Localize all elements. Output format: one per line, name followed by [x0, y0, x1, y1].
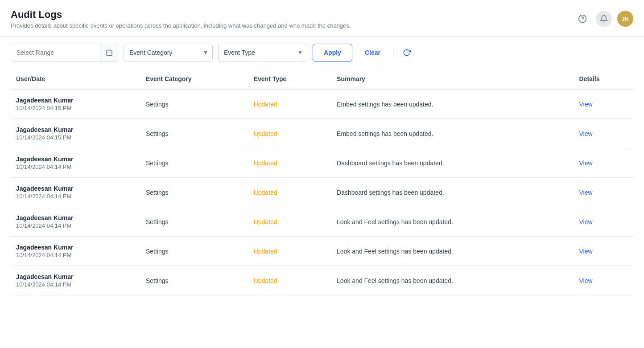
col-user-date: User/Date: [11, 69, 140, 89]
page-header: Audit Logs Provides details about specif…: [0, 0, 644, 37]
help-icon: [578, 14, 587, 23]
cell-event-category: Settings: [140, 119, 248, 148]
filter-bar: Event Category ▼ Event Type ▼ Apply Clea…: [0, 37, 644, 69]
user-name: Jagadeesan Kumar: [16, 273, 135, 280]
user-name: Jagadeesan Kumar: [16, 97, 135, 104]
cell-user-date: Jagadeesan Kumar 10/14/2024 04:14 PM: [11, 178, 140, 207]
table-row: Jagadeesan Kumar 10/14/2024 04:14 PM Set…: [11, 266, 633, 295]
cell-event-type: Updated: [248, 207, 331, 237]
user-name: Jagadeesan Kumar: [16, 244, 135, 251]
user-name: Jagadeesan Kumar: [16, 185, 135, 192]
user-date: 10/14/2024 04:15 PM: [16, 105, 135, 111]
table-row: Jagadeesan Kumar 10/14/2024 04:14 PM Set…: [11, 148, 633, 178]
date-range-input[interactable]: [11, 44, 100, 61]
cell-user-date: Jagadeesan Kumar 10/14/2024 04:14 PM: [11, 207, 140, 237]
avatar[interactable]: JK: [617, 11, 633, 27]
event-category-wrapper: Event Category ▼: [124, 44, 213, 61]
view-link[interactable]: View: [579, 160, 593, 167]
cell-event-type: Updated: [248, 119, 331, 148]
cell-summary: Look and Feel settings has been updated.: [331, 237, 574, 266]
cell-summary: Look and Feel settings has been updated.: [331, 266, 574, 295]
user-name: Jagadeesan Kumar: [16, 156, 135, 163]
cell-user-date: Jagadeesan Kumar 10/14/2024 04:14 PM: [11, 148, 140, 178]
cell-event-category: Settings: [140, 207, 248, 237]
col-details: Details: [574, 69, 633, 89]
refresh-button[interactable]: [399, 45, 415, 61]
table-header-row: User/Date Event Category Event Type Summ…: [11, 69, 633, 89]
bell-icon: [600, 15, 608, 23]
event-type-select[interactable]: Event Type: [218, 44, 307, 61]
event-type-wrapper: Event Type ▼: [218, 44, 307, 61]
view-link[interactable]: View: [579, 248, 593, 255]
cell-user-date: Jagadeesan Kumar 10/14/2024 04:15 PM: [11, 119, 140, 148]
table-row: Jagadeesan Kumar 10/14/2024 04:15 PM Set…: [11, 89, 633, 119]
cell-summary: Dashboard settings has been updated.: [331, 148, 574, 178]
table-row: Jagadeesan Kumar 10/14/2024 04:14 PM Set…: [11, 178, 633, 207]
page-subtitle: Provides details about specific events o…: [11, 22, 351, 29]
audit-log-table: User/Date Event Category Event Type Summ…: [11, 69, 633, 295]
cell-summary: Embed settings has been updated.: [331, 89, 574, 119]
table-row: Jagadeesan Kumar 10/14/2024 04:14 PM Set…: [11, 207, 633, 237]
user-date: 10/14/2024 04:14 PM: [16, 164, 135, 170]
cell-details: View: [574, 89, 633, 119]
cell-event-type: Updated: [248, 266, 331, 295]
user-date: 10/14/2024 04:14 PM: [16, 281, 135, 288]
table-row: Jagadeesan Kumar 10/14/2024 04:15 PM Set…: [11, 119, 633, 148]
date-range-wrapper: [11, 44, 118, 61]
user-name: Jagadeesan Kumar: [16, 214, 135, 221]
user-date: 10/14/2024 04:14 PM: [16, 222, 135, 229]
cell-user-date: Jagadeesan Kumar 10/14/2024 04:14 PM: [11, 237, 140, 266]
view-link[interactable]: View: [579, 189, 593, 196]
apply-button[interactable]: Apply: [313, 44, 352, 61]
col-summary: Summary: [331, 69, 574, 89]
cell-details: View: [574, 207, 633, 237]
table-header: User/Date Event Category Event Type Summ…: [11, 69, 633, 89]
header-left: Audit Logs Provides details about specif…: [11, 9, 351, 29]
page-title: Audit Logs: [11, 9, 351, 20]
calendar-button[interactable]: [100, 44, 118, 61]
cell-user-date: Jagadeesan Kumar 10/14/2024 04:14 PM: [11, 266, 140, 295]
cell-event-type: Updated: [248, 237, 331, 266]
cell-summary: Dashboard settings has been updated.: [331, 178, 574, 207]
cell-summary: Embed settings has been updated.: [331, 119, 574, 148]
event-category-select[interactable]: Event Category: [124, 44, 213, 61]
cell-details: View: [574, 237, 633, 266]
cell-event-type: Updated: [248, 178, 331, 207]
cell-user-date: Jagadeesan Kumar 10/14/2024 04:15 PM: [11, 89, 140, 119]
view-link[interactable]: View: [579, 277, 593, 284]
view-link[interactable]: View: [579, 130, 593, 137]
calendar-icon: [106, 49, 113, 56]
table-container: User/Date Event Category Event Type Summ…: [0, 69, 644, 295]
col-event-category: Event Category: [140, 69, 248, 89]
user-date: 10/14/2024 04:14 PM: [16, 193, 135, 200]
user-date: 10/14/2024 04:14 PM: [16, 252, 135, 258]
refresh-icon: [403, 49, 411, 57]
help-button[interactable]: [574, 11, 590, 27]
cell-event-type: Updated: [248, 89, 331, 119]
cell-details: View: [574, 148, 633, 178]
view-link[interactable]: View: [579, 218, 593, 225]
cell-summary: Look and Feel settings has been updated.: [331, 207, 574, 237]
table-body: Jagadeesan Kumar 10/14/2024 04:15 PM Set…: [11, 89, 633, 295]
svg-rect-2: [107, 50, 112, 56]
cell-event-category: Settings: [140, 266, 248, 295]
cell-details: View: [574, 266, 633, 295]
clear-button[interactable]: Clear: [358, 44, 388, 61]
cell-event-category: Settings: [140, 148, 248, 178]
col-event-type: Event Type: [248, 69, 331, 89]
cell-event-category: Settings: [140, 89, 248, 119]
table-row: Jagadeesan Kumar 10/14/2024 04:14 PM Set…: [11, 237, 633, 266]
notifications-button[interactable]: [596, 11, 612, 27]
cell-event-category: Settings: [140, 237, 248, 266]
cell-event-category: Settings: [140, 178, 248, 207]
view-link[interactable]: View: [579, 101, 593, 108]
user-date: 10/14/2024 04:15 PM: [16, 134, 135, 141]
cell-event-type: Updated: [248, 148, 331, 178]
cell-details: View: [574, 119, 633, 148]
cell-details: View: [574, 178, 633, 207]
divider: [393, 47, 393, 58]
user-name: Jagadeesan Kumar: [16, 126, 135, 133]
header-icons: JK: [574, 11, 633, 27]
